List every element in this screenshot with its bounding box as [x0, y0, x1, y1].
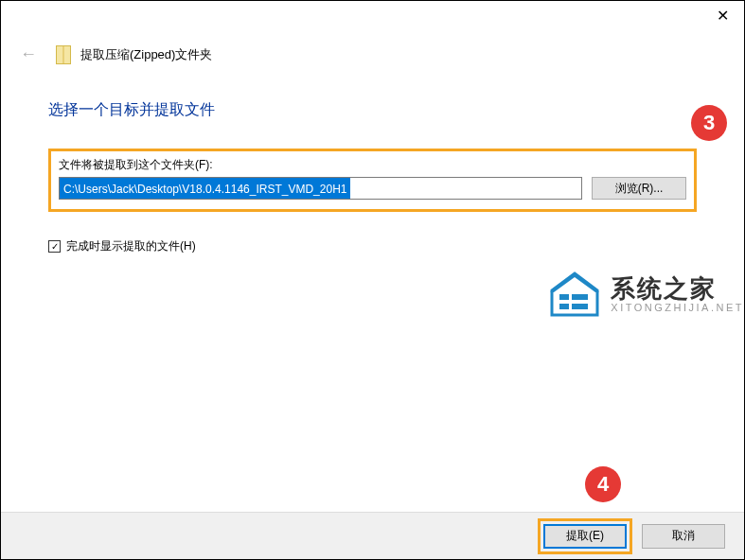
path-field-label: 文件将被提取到这个文件夹(F):	[59, 157, 686, 173]
instruction-heading: 选择一个目标并提取文件	[48, 100, 697, 120]
highlight-annotation-3: 文件将被提取到这个文件夹(F): C:\Users\Jack\Desktop\V…	[48, 149, 697, 212]
path-selected-text: C:\Users\Jack\Desktop\V18.0.4.1146_IRST_…	[60, 178, 350, 199]
watermark-text: 系统之家 XITONGZHIJIA.NET	[611, 275, 744, 314]
extract-button[interactable]: 提取(E)	[543, 524, 627, 549]
callout-badge-4: 4	[585, 466, 621, 502]
callout-badge-3: 3	[691, 105, 727, 141]
watermark: 系统之家 XITONGZHIJIA.NET	[548, 271, 744, 317]
svg-rect-1	[559, 304, 588, 309]
path-input-row: C:\Users\Jack\Desktop\V18.0.4.1146_IRST_…	[59, 177, 686, 200]
watermark-house-icon	[548, 271, 601, 317]
svg-rect-0	[559, 294, 588, 300]
svg-rect-2	[569, 294, 572, 309]
dialog-title: 提取压缩(Zipped)文件夹	[80, 46, 212, 63]
watermark-main-text: 系统之家	[611, 275, 744, 303]
extract-path-input[interactable]: C:\Users\Jack\Desktop\V18.0.4.1146_IRST_…	[59, 177, 582, 200]
dialog-header: ← 提取压缩(Zipped)文件夹	[1, 35, 744, 78]
extract-path-group: 文件将被提取到这个文件夹(F): C:\Users\Jack\Desktop\V…	[48, 149, 697, 212]
content-area: 选择一个目标并提取文件 文件将被提取到这个文件夹(F): C:\Users\Ja…	[1, 100, 744, 254]
show-files-checkbox-row: ✓ 完成时显示提取的文件(H)	[48, 238, 697, 254]
zip-folder-icon	[56, 45, 71, 64]
browse-button[interactable]: 浏览(R)...	[592, 177, 686, 200]
show-files-checkbox[interactable]: ✓	[48, 240, 61, 253]
close-button[interactable]: ✕	[701, 1, 744, 29]
highlight-annotation-4: 提取(E)	[538, 518, 632, 554]
show-files-checkbox-label: 完成时显示提取的文件(H)	[66, 238, 196, 254]
cancel-button[interactable]: 取消	[642, 524, 725, 549]
watermark-sub-text: XITONGZHIJIA.NET	[611, 302, 744, 313]
back-arrow-icon[interactable]: ←	[20, 44, 37, 64]
dialog-footer: 提取(E) 取消	[1, 512, 744, 559]
titlebar: ✕	[1, 1, 744, 35]
